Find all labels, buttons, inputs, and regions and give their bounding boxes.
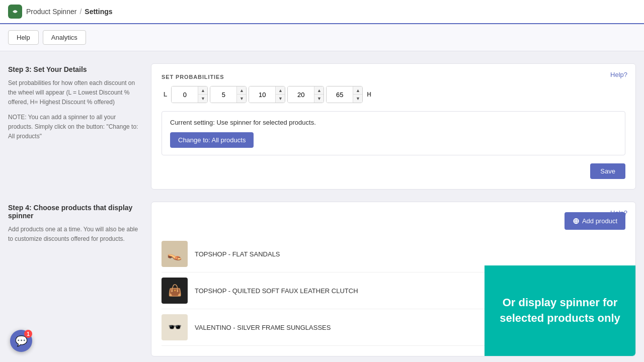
prob-down-0[interactable]: ▼ (198, 95, 207, 103)
prob-down-2[interactable]: ▼ (276, 95, 285, 103)
app-name: Product Spinner (26, 8, 76, 16)
prob-input-2: ▲ ▼ (249, 86, 285, 103)
product-thumbnail-0 (162, 241, 188, 267)
product-name-2: VALENTINO - SILVER FRAME SUNGLASSES (195, 324, 331, 331)
prob-up-3[interactable]: ▲ (314, 86, 324, 95)
prob-input-3: ▲ ▼ (287, 86, 324, 103)
save-button[interactable]: Save (590, 163, 625, 179)
help-button[interactable]: Help (8, 30, 39, 45)
nav-bar: Help Analytics (0, 24, 644, 51)
product-name-1: TOPSHOP - QUILTED SOFT FAUX LEATHER CLUT… (195, 287, 358, 295)
prob-arrows-3: ▲ ▼ (314, 86, 324, 103)
prob-arrows-4: ▲ ▼ (353, 86, 362, 103)
step4-title: Step 4: Choose products that display spi… (8, 204, 139, 220)
prob-up-4[interactable]: ▲ (353, 86, 362, 95)
step3-help-link[interactable]: Help? (610, 71, 627, 78)
step4-desc: Add products one at a time. You will als… (8, 225, 139, 244)
step4-section: Step 4: Choose products that display spi… (8, 202, 636, 356)
prob-right-label: H (365, 91, 373, 98)
overlay-tooltip: Or display spinner for selected products… (485, 265, 635, 356)
product-name-0: TOPSHOP - FLAT SANDALS (195, 250, 280, 258)
prob-value-2[interactable] (249, 86, 275, 103)
overlay-text: Or display spinner for selected products… (495, 295, 625, 326)
prob-value-3[interactable] (288, 86, 314, 103)
analytics-button[interactable]: Analytics (43, 30, 86, 45)
save-row: Save (162, 163, 625, 179)
step3-description: Step 3: Set Your Details Set probabiliti… (8, 63, 139, 146)
breadcrumb: Product Spinner / Settings (26, 8, 113, 16)
prob-down-4[interactable]: ▼ (353, 95, 362, 103)
prob-up-1[interactable]: ▲ (237, 86, 246, 95)
app-icon (8, 5, 22, 19)
prob-down-1[interactable]: ▼ (237, 95, 246, 103)
prob-input-1: ▲ ▼ (210, 86, 247, 103)
products-header: ⊕ Add product (162, 212, 625, 230)
step4-description: Step 4: Choose products that display spi… (8, 202, 139, 249)
step4-help-link[interactable]: Help? (610, 209, 627, 217)
step4-card: Help? ⊕ Add product TOPSHOP - FLAT SANDA… (151, 202, 636, 356)
chat-badge: 1 (24, 330, 32, 338)
step3-card: Help? SET PROBABILITIES L ▲ ▼ ▲ ▼ (151, 63, 636, 190)
step3-desc1: Set probabilities for how often each dis… (8, 78, 139, 108)
prob-section-label: SET PROBABILITIES (162, 74, 625, 80)
plus-icon: ⊕ (573, 216, 579, 226)
chat-bubble[interactable]: 💬 1 (10, 330, 32, 352)
add-product-label: Add product (582, 217, 617, 225)
setting-box: Current setting: Use spinner for selecte… (162, 111, 625, 155)
prob-row: L ▲ ▼ ▲ ▼ (162, 86, 625, 103)
main-content: Step 3: Set Your Details Set probabiliti… (0, 51, 644, 362)
change-products-button[interactable]: Change to: All products (170, 132, 254, 148)
prob-value-0[interactable] (172, 86, 198, 103)
prob-up-0[interactable]: ▲ (198, 86, 207, 95)
step3-section: Step 3: Set Your Details Set probabiliti… (8, 63, 636, 190)
breadcrumb-separator: / (79, 8, 82, 16)
prob-input-4: ▲ ▼ (326, 86, 363, 103)
page-title: Settings (85, 8, 112, 16)
step3-title: Step 3: Set Your Details (8, 65, 139, 73)
prob-left-label: L (162, 91, 169, 98)
prob-value-4[interactable] (327, 86, 353, 103)
current-setting-text: Current setting: Use spinner for selecte… (170, 119, 617, 126)
prob-arrows-0: ▲ ▼ (198, 86, 207, 103)
prob-arrows-1: ▲ ▼ (236, 86, 246, 103)
prob-input-0: ▲ ▼ (171, 86, 208, 103)
product-thumbnail-1 (162, 278, 188, 304)
prob-arrows-2: ▲ ▼ (275, 86, 285, 103)
prob-up-2[interactable]: ▲ (276, 86, 285, 95)
product-thumbnail-2 (162, 314, 188, 340)
step3-note: NOTE: You can add a spinner to all your … (8, 113, 139, 142)
prob-down-3[interactable]: ▼ (314, 95, 324, 103)
prob-value-1[interactable] (210, 86, 236, 103)
top-bar: Product Spinner / Settings (0, 0, 644, 24)
